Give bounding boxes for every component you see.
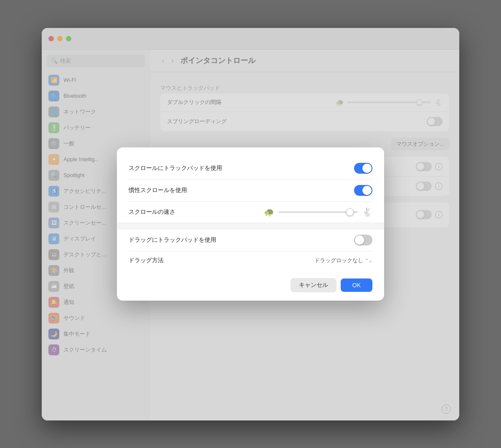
dialog-row-scroll-speed: スクロールの速さ 🐢 🐇 — [129, 202, 372, 223]
use-trackpad-drag-label: ドラッグにトラックパッドを使用 — [129, 236, 216, 244]
dialog-drag-section: ドラッグにトラックパッドを使用 ドラッグ方法 ドラッグロックなし ⌃⌄ — [129, 229, 372, 270]
dialog-section-divider — [117, 223, 384, 229]
drag-method-label: ドラッグ方法 — [129, 257, 164, 264]
trackpad-options-dialog: スクロールにトラックパッドを使用 慣性スクロールを使用 スクロールの速さ 🐢 — [117, 147, 384, 301]
use-trackpad-drag-toggle[interactable] — [354, 235, 372, 246]
dialog-row-use-trackpad-drag: ドラッグにトラックパッドを使用 — [129, 229, 372, 251]
rabbit-icon: 🐇 — [362, 207, 372, 217]
dialog-overlay: スクロールにトラックパッドを使用 慣性スクロールを使用 スクロールの速さ 🐢 — [42, 28, 459, 420]
cancel-button[interactable]: キャンセル — [291, 278, 337, 292]
use-trackpad-scroll-toggle[interactable] — [354, 163, 372, 174]
dialog-scroll-section: スクロールにトラックパッドを使用 慣性スクロールを使用 スクロールの速さ 🐢 — [129, 157, 372, 223]
inertia-scroll-label: 慣性スクロールを使用 — [129, 187, 187, 194]
main-window: 🔍 📶 Wi-Fi 🔷 Bluetooth 🌐 ネットワーク 🔋 バッテリー ⚙… — [42, 28, 459, 420]
ok-button[interactable]: OK — [341, 278, 372, 292]
scroll-speed-slider[interactable] — [278, 211, 358, 213]
chevron-updown-icon: ⌃⌄ — [365, 258, 372, 263]
dialog-footer: キャンセル OK — [117, 270, 384, 301]
dialog-row-use-trackpad-scroll: スクロールにトラックパッドを使用 — [129, 157, 372, 180]
scroll-speed-thumb — [346, 208, 354, 216]
turtle-icon: 🐢 — [264, 207, 274, 217]
dialog-body: スクロールにトラックパッドを使用 慣性スクロールを使用 スクロールの速さ 🐢 — [117, 147, 384, 270]
drag-method-dropdown[interactable]: ドラッグロックなし ⌃⌄ — [314, 257, 372, 264]
scroll-speed-slider-row: 🐢 🐇 — [264, 207, 372, 217]
use-trackpad-scroll-label: スクロールにトラックパッドを使用 — [129, 165, 222, 172]
drag-method-value: ドラッグロックなし — [314, 257, 363, 264]
dialog-row-inertia-scroll: 慣性スクロールを使用 — [129, 180, 372, 202]
scroll-speed-label: スクロールの速さ — [129, 208, 175, 216]
dialog-row-drag-method: ドラッグ方法 ドラッグロックなし ⌃⌄ — [129, 251, 372, 270]
inertia-scroll-toggle[interactable] — [354, 185, 372, 196]
